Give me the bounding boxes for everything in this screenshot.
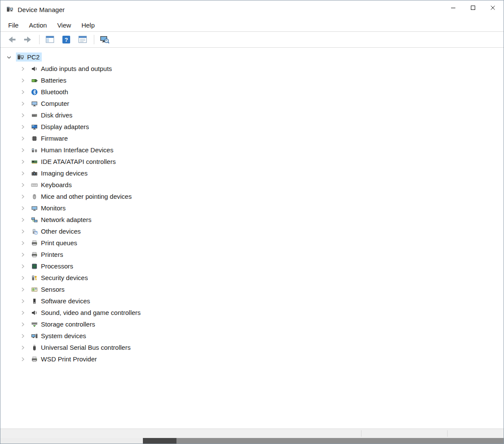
expand-chevron-icon[interactable] <box>19 286 26 293</box>
battery-icon <box>31 77 38 84</box>
help-button[interactable]: ? <box>59 33 73 46</box>
expand-chevron-icon[interactable] <box>19 147 26 154</box>
back-button[interactable] <box>5 33 19 46</box>
expand-chevron-icon[interactable] <box>19 170 26 177</box>
expand-chevron-icon[interactable] <box>19 274 26 281</box>
tree-item-sensors[interactable]: Sensors <box>0 284 504 295</box>
tree-item-storage-controllers[interactable]: Storage controllers <box>0 318 504 330</box>
tree-item-label: Print queues <box>41 239 77 247</box>
back-arrow-icon <box>6 34 17 45</box>
expand-chevron-icon[interactable] <box>19 344 26 351</box>
expand-chevron-icon[interactable] <box>19 309 26 316</box>
expand-chevron-icon[interactable] <box>19 216 26 223</box>
storage-icon <box>31 321 38 328</box>
tree-item-processors[interactable]: Processors <box>0 260 504 272</box>
tree-item-label: Display adapters <box>41 123 89 130</box>
scan-hardware-changes-button[interactable] <box>98 33 111 46</box>
expand-chevron-icon[interactable] <box>19 182 26 188</box>
expand-chevron-icon[interactable] <box>19 356 26 363</box>
expand-chevron-icon[interactable] <box>19 193 26 200</box>
tree-item-imaging-devices[interactable]: Imaging devices <box>0 167 504 179</box>
expand-chevron-icon[interactable] <box>19 205 26 212</box>
console-tree-button[interactable] <box>43 33 57 46</box>
expand-chevron-icon[interactable] <box>19 263 26 270</box>
tree-item-label: Imaging devices <box>41 170 87 177</box>
tree-item-universal-serial-bus-controllers[interactable]: Universal Serial Bus controllers <box>0 342 504 353</box>
tree-item-display-adapters[interactable]: Display adapters <box>0 121 504 133</box>
expand-chevron-icon[interactable] <box>19 228 26 235</box>
expand-chevron-icon[interactable] <box>19 123 26 130</box>
tree-children: Audio inputs and outputsBatteriesBluetoo… <box>0 63 504 365</box>
expand-chevron-icon[interactable] <box>19 321 26 328</box>
scrollbar-track-left[interactable] <box>0 438 143 444</box>
tree-item-disk-drives[interactable]: Disk drives <box>0 109 504 121</box>
collapse-chevron-icon[interactable] <box>6 54 12 61</box>
tree-item-label: Computer <box>41 100 69 107</box>
tree-item-ide-ata-atapi-controllers[interactable]: IDE ATA/ATAPI controllers <box>0 156 504 167</box>
window-title: Device Manager <box>18 6 65 13</box>
tree-item-print-queues[interactable]: Print queues <box>0 237 504 249</box>
menu-file[interactable]: File <box>3 20 24 31</box>
mouse-icon <box>31 193 38 200</box>
tree-item-bluetooth[interactable]: Bluetooth <box>0 86 504 98</box>
maximize-button[interactable] <box>463 0 483 15</box>
tree-item-audio-inputs-and-outputs[interactable]: Audio inputs and outputs <box>0 63 504 74</box>
printer-icon <box>31 251 38 258</box>
tree-item-sound-video-and-game-controllers[interactable]: Sound, video and game controllers <box>0 307 504 318</box>
status-bar-divider <box>361 430 362 437</box>
expand-chevron-icon[interactable] <box>19 89 26 96</box>
minimize-button[interactable] <box>443 0 463 15</box>
expand-chevron-icon[interactable] <box>19 240 26 247</box>
tree-item-software-devices[interactable]: Software devices <box>0 295 504 307</box>
tree-item-label: Firmware <box>41 135 68 142</box>
expand-chevron-icon[interactable] <box>19 100 26 107</box>
expand-chevron-icon[interactable] <box>19 333 26 339</box>
properties-icon <box>77 34 88 45</box>
forward-button[interactable] <box>21 33 35 46</box>
tree-item-computer[interactable]: Computer <box>0 98 504 109</box>
bottom-scrollbar <box>0 438 504 444</box>
tree-item-security-devices[interactable]: Security devices <box>0 272 504 284</box>
expand-chevron-icon[interactable] <box>19 65 26 72</box>
tree-root-node[interactable]: PC2 <box>16 52 42 62</box>
tree-item-network-adapters[interactable]: Network adapters <box>0 214 504 225</box>
menu-action[interactable]: Action <box>24 20 52 31</box>
close-button[interactable] <box>483 0 503 15</box>
software-icon <box>31 298 38 305</box>
disk-icon <box>31 112 38 119</box>
processor-icon <box>31 263 38 270</box>
menu-help[interactable]: Help <box>76 20 100 31</box>
expand-chevron-icon[interactable] <box>19 158 26 165</box>
tree-item-human-interface-devices[interactable]: Human Interface Devices <box>0 144 504 156</box>
expand-chevron-icon[interactable] <box>19 77 26 84</box>
tree-item-keyboards[interactable]: Keyboards <box>0 179 504 191</box>
ide-icon <box>31 158 38 165</box>
tree-item-system-devices[interactable]: System devices <box>0 330 504 342</box>
scrollbar-thumb[interactable] <box>143 438 176 444</box>
tree-item-label: Monitors <box>41 204 66 212</box>
scrollbar-track-right[interactable] <box>176 438 504 444</box>
expand-chevron-icon[interactable] <box>19 135 26 142</box>
expand-chevron-icon[interactable] <box>19 251 26 258</box>
tree-item-other-devices[interactable]: ?Other devices <box>0 225 504 237</box>
printqueue-icon <box>31 240 38 247</box>
help-icon: ? <box>61 34 71 45</box>
tree-root-pc2[interactable]: PC2 <box>0 51 504 63</box>
tree-item-printers[interactable]: Printers <box>0 249 504 260</box>
usb-icon <box>31 344 38 351</box>
tree-item-mice-and-other-pointing-devices[interactable]: Mice and other pointing devices <box>0 191 504 202</box>
expand-chevron-icon[interactable] <box>19 298 26 305</box>
tree-item-firmware[interactable]: Firmware <box>0 133 504 144</box>
tree-item-label: Processors <box>41 262 73 270</box>
tree-item-label: Network adapters <box>41 216 92 223</box>
properties-button[interactable] <box>76 33 90 46</box>
tree-item-monitors[interactable]: Monitors <box>0 202 504 214</box>
firmware-icon <box>31 135 38 142</box>
tree-item-wsd-print-provider[interactable]: WSD Print Provider <box>0 353 504 365</box>
toolbar-separator <box>39 35 40 44</box>
expand-chevron-icon[interactable] <box>19 112 26 119</box>
minimize-icon <box>450 4 457 11</box>
tree-item-label: Security devices <box>41 274 88 281</box>
tree-item-batteries[interactable]: Batteries <box>0 74 504 86</box>
menu-view[interactable]: View <box>52 20 76 31</box>
